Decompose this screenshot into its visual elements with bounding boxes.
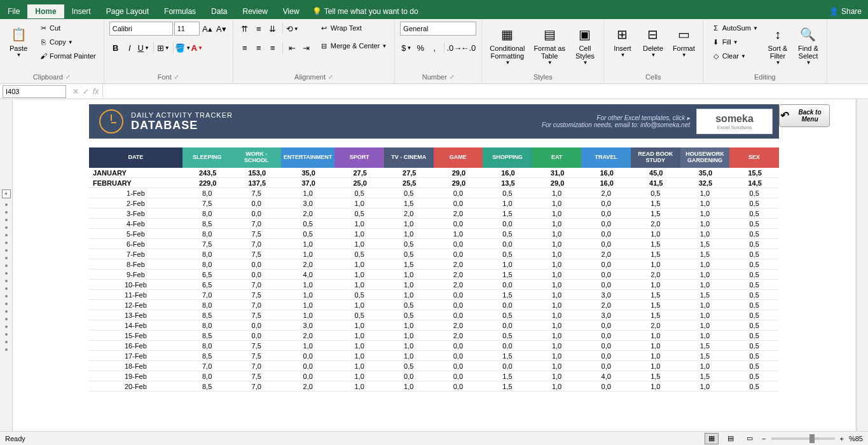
borders-button[interactable]: ⊞▼ bbox=[157, 41, 170, 54]
font-size-select[interactable] bbox=[174, 22, 200, 36]
table-row[interactable]: 3-Feb8,00,02,00,52,02,01,51,00,01,51,00,… bbox=[89, 209, 779, 219]
table-row[interactable]: 8-Feb8,00,02,01,01,52,01,01,00,01,01,00,… bbox=[89, 259, 779, 270]
find-select-button[interactable]: 🔍Find & Select▼ bbox=[795, 22, 822, 68]
share-button[interactable]: 👤 Share bbox=[829, 7, 862, 16]
table-row[interactable]: 12-Feb8,07,01,01,00,50,00,01,02,01,51,00… bbox=[89, 300, 779, 310]
align-center-icon[interactable]: ≡ bbox=[252, 41, 265, 54]
table-row[interactable]: 7-Feb8,07,51,00,50,50,00,51,02,01,51,50,… bbox=[89, 249, 779, 259]
tab-insert[interactable]: Insert bbox=[64, 4, 99, 18]
decrease-font-icon[interactable]: A▾ bbox=[215, 22, 228, 35]
table-row[interactable]: 16-Feb8,07,51,01,01,00,00,01,00,01,01,50… bbox=[89, 341, 779, 351]
column-header[interactable]: SLEEPING bbox=[183, 147, 232, 168]
number-launcher[interactable]: ⤢ bbox=[450, 74, 455, 80]
name-box[interactable] bbox=[3, 85, 66, 98]
column-header[interactable]: HOUSEWORK GARDENING bbox=[680, 147, 730, 168]
format-painter-button[interactable]: 🖌Format Painter bbox=[36, 50, 99, 62]
number-format-select[interactable] bbox=[400, 22, 476, 36]
tab-page-layout[interactable]: Page Layout bbox=[99, 4, 156, 18]
column-header[interactable]: SHOPPING bbox=[483, 147, 532, 168]
table-row[interactable]: 6-Feb7,57,01,01,00,50,00,01,00,01,51,50,… bbox=[89, 239, 779, 249]
table-row[interactable]: 11-Feb7,07,51,00,51,00,01,51,03,01,51,50… bbox=[89, 290, 779, 300]
zoom-in-button[interactable]: + bbox=[840, 435, 844, 442]
format-as-table-button[interactable]: ▤Format as Table▼ bbox=[531, 22, 568, 68]
table-row[interactable]: 13-Feb8,57,51,00,50,50,00,51,03,01,51,00… bbox=[89, 310, 779, 320]
fx-icon[interactable]: fx bbox=[93, 87, 99, 96]
table-row[interactable]: 5-Feb8,07,50,51,01,01,00,51,00,01,01,00,… bbox=[89, 229, 779, 239]
month-summary-row[interactable]: JANUARY243,5153,035,027,527,529,016,031,… bbox=[89, 168, 779, 178]
table-row[interactable]: 19-Feb8,07,50,01,00,00,01,51,04,01,51,50… bbox=[89, 371, 779, 381]
align-top-icon[interactable]: ⇈ bbox=[238, 22, 251, 35]
zoom-slider[interactable] bbox=[771, 437, 835, 440]
back-to-menu-button[interactable]: ↶ Back to Menu bbox=[779, 104, 830, 127]
column-header[interactable]: EAT bbox=[532, 147, 582, 168]
conditional-formatting-button[interactable]: ▦Conditional Formatting▼ bbox=[487, 22, 527, 68]
tell-me-search[interactable]: 💡 Tell me what you want to do bbox=[312, 7, 418, 16]
decrease-indent-icon[interactable]: ⇤ bbox=[286, 41, 299, 54]
tab-review[interactable]: Review bbox=[235, 4, 275, 18]
font-launcher[interactable]: ⤢ bbox=[174, 74, 179, 80]
cell-styles-button[interactable]: ▣Cell Styles▼ bbox=[572, 22, 598, 68]
month-summary-row[interactable]: FEBRUARY229,0137,537,025,025,529,013,529… bbox=[89, 178, 779, 188]
font-name-select[interactable] bbox=[109, 22, 173, 36]
bold-button[interactable]: B bbox=[109, 41, 122, 54]
outline-expand-1[interactable]: + bbox=[2, 189, 11, 198]
currency-icon[interactable]: $▼ bbox=[400, 41, 413, 54]
paste-button[interactable]: 📋 Paste ▼ bbox=[5, 22, 32, 60]
column-header[interactable]: TV - CINEMA bbox=[384, 147, 434, 168]
table-row[interactable]: 18-Feb7,07,00,01,00,50,00,01,00,01,01,00… bbox=[89, 361, 779, 371]
table-row[interactable]: 4-Feb8,57,00,51,01,00,00,01,00,02,01,00,… bbox=[89, 219, 779, 229]
delete-cells-button[interactable]: ⊟Delete▼ bbox=[640, 22, 666, 60]
table-row[interactable]: 15-Feb8,50,02,01,01,02,00,51,00,01,01,00… bbox=[89, 331, 779, 341]
insert-cells-button[interactable]: ⊞Insert▼ bbox=[609, 22, 636, 60]
column-header[interactable]: ENTERTAINMENT bbox=[281, 147, 334, 168]
column-header[interactable]: READ BOOK STUDY bbox=[631, 147, 680, 168]
fill-button[interactable]: ⬇Fill▼ bbox=[708, 36, 761, 48]
zoom-out-button[interactable]: − bbox=[762, 435, 766, 442]
table-row[interactable]: 9-Feb6,50,04,01,01,02,01,51,00,02,01,00,… bbox=[89, 270, 779, 280]
column-header[interactable]: GAME bbox=[434, 147, 483, 168]
table-row[interactable]: 20-Feb8,57,02,01,01,00,01,51,00,01,01,00… bbox=[89, 381, 779, 392]
table-row[interactable]: 17-Feb8,57,50,01,01,00,01,51,00,01,01,50… bbox=[89, 351, 779, 361]
decrease-decimal-icon[interactable]: ←.0 bbox=[462, 41, 474, 54]
tab-file[interactable]: File bbox=[0, 4, 27, 18]
view-page-layout-button[interactable]: ▤ bbox=[724, 433, 738, 444]
increase-decimal-icon[interactable]: .0→ bbox=[448, 41, 460, 54]
vertical-scrollbar[interactable] bbox=[857, 99, 868, 432]
align-right-icon[interactable]: ≡ bbox=[266, 41, 279, 54]
sort-filter-button[interactable]: ↕Sort & Filter▼ bbox=[764, 22, 791, 68]
copy-button[interactable]: ⎘Copy▼ bbox=[36, 36, 99, 48]
tab-data[interactable]: Data bbox=[203, 4, 235, 18]
comma-icon[interactable]: , bbox=[428, 41, 441, 54]
tab-formulas[interactable]: Formulas bbox=[156, 4, 203, 18]
increase-font-icon[interactable]: A▴ bbox=[201, 22, 214, 35]
orientation-icon[interactable]: ⟲▼ bbox=[286, 22, 299, 35]
format-cells-button[interactable]: ▭Format▼ bbox=[670, 22, 698, 60]
table-row[interactable]: 14-Feb8,00,03,01,01,02,00,01,00,02,01,00… bbox=[89, 320, 779, 331]
tab-home[interactable]: Home bbox=[27, 4, 64, 18]
column-header[interactable]: WORK - SCHOOL bbox=[231, 147, 281, 168]
align-bottom-icon[interactable]: ⇊ bbox=[266, 22, 279, 35]
clear-button[interactable]: ◇Clear▼ bbox=[708, 50, 761, 62]
align-left-icon[interactable]: ≡ bbox=[238, 41, 251, 54]
column-header[interactable]: DATE bbox=[89, 147, 183, 168]
column-header[interactable]: SPORT bbox=[334, 147, 384, 168]
enter-icon[interactable]: ✓ bbox=[83, 87, 89, 96]
column-header[interactable]: TRAVEL bbox=[581, 147, 631, 168]
activity-table[interactable]: DATESLEEPINGWORK - SCHOOLENTERTAINMENTSP… bbox=[89, 147, 779, 392]
clipboard-launcher[interactable]: ⤢ bbox=[65, 74, 71, 80]
merge-center-button[interactable]: ⊟Merge & Center▼ bbox=[317, 39, 390, 52]
align-middle-icon[interactable]: ≡ bbox=[252, 22, 265, 35]
tab-view[interactable]: View bbox=[275, 4, 307, 18]
formula-input[interactable] bbox=[103, 85, 868, 98]
increase-indent-icon[interactable]: ⇥ bbox=[300, 41, 313, 54]
cut-button[interactable]: ✂Cut bbox=[36, 22, 99, 34]
autosum-button[interactable]: ΣAutoSum▼ bbox=[708, 22, 761, 34]
percent-icon[interactable]: % bbox=[414, 41, 427, 54]
alignment-launcher[interactable]: ⤢ bbox=[328, 74, 333, 80]
view-normal-button[interactable]: ▦ bbox=[705, 433, 719, 444]
wrap-text-button[interactable]: ↩Wrap Text bbox=[317, 22, 390, 34]
italic-button[interactable]: I bbox=[123, 41, 136, 54]
fill-color-button[interactable]: 🪣▼ bbox=[177, 41, 189, 54]
table-row[interactable]: 2-Feb7,50,03,01,01,50,01,01,00,01,51,00,… bbox=[89, 198, 779, 209]
cancel-icon[interactable]: ✕ bbox=[72, 87, 79, 96]
